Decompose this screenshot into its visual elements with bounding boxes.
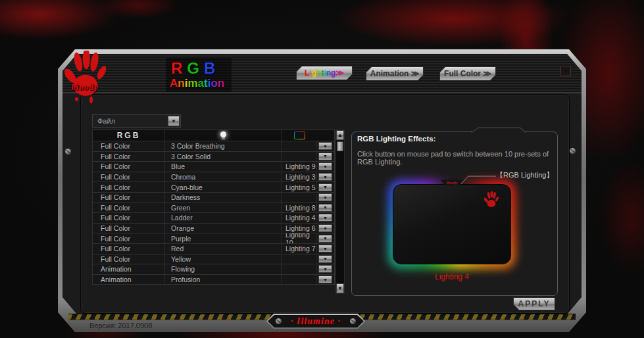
effect-group-cell: Full Color <box>93 141 165 151</box>
mousepad-illustration: bloody <box>393 184 511 264</box>
chevron-down-icon: ▼ <box>323 256 328 261</box>
chevron-down-icon: ▼ <box>323 205 328 210</box>
row-dropdown-button[interactable]: ▼ <box>318 173 332 181</box>
effect-lighting-cell <box>282 152 317 162</box>
effect-row[interactable]: Full Color Ladder Lighting 4 ▼ <box>92 212 335 224</box>
row-dropdown-button[interactable]: ▼ <box>318 276 332 283</box>
effect-name-cell: Orange <box>165 224 282 233</box>
nav-full-color-label: Full Color ≫ <box>440 67 495 80</box>
effect-group-cell: Animation <box>93 264 165 274</box>
row-dropdown-button[interactable]: ▼ <box>318 183 332 191</box>
effect-row[interactable]: Full Color Purple Lighting 10 ▼ <box>92 233 335 244</box>
bloody-brand-text: bloody <box>61 82 109 93</box>
effect-name-cell: Green <box>165 203 282 213</box>
effect-dropdown-cell: ▼ <box>317 182 334 192</box>
effect-group-cell: Full Color <box>93 162 165 172</box>
file-menu-arrow-button[interactable]: ▼ <box>168 116 180 126</box>
row-dropdown-button[interactable]: ▼ <box>318 255 332 263</box>
chevron-down-icon: ▼ <box>323 278 328 282</box>
chevron-down-icon: ▼ <box>323 154 328 158</box>
effect-row[interactable]: Full Color 3 Color Solid ▼ <box>92 151 335 162</box>
effect-row[interactable]: Full Color Chroma Lighting 3 ▼ <box>92 172 335 183</box>
row-dropdown-button[interactable]: ▼ <box>318 224 332 232</box>
row-dropdown-button[interactable]: ▼ <box>318 245 332 253</box>
nav-full-color-button[interactable]: Full Color ≫ <box>439 66 496 81</box>
effect-row[interactable]: Full Color Orange Lighting 6 ▼ <box>92 223 335 234</box>
effect-lighting-cell: Lighting 9 <box>282 162 317 172</box>
chevron-down-icon: ▼ <box>323 267 328 272</box>
current-preset-label: Lighting 4 <box>393 272 511 281</box>
effect-row[interactable]: Full Color Cyan-blue Lighting 5 ▼ <box>92 181 335 193</box>
effect-group-cell: Full Color <box>93 182 165 192</box>
scroll-thumb[interactable] <box>337 141 343 151</box>
table-scrollbar[interactable]: ▲ ▼ <box>335 130 345 294</box>
effect-row[interactable]: Full Color Blue Lighting 9 ▼ <box>92 161 335 172</box>
triangle-down-icon: ▼ <box>337 285 343 291</box>
nav-animation-label: Animation ≫ <box>366 67 423 80</box>
effects-table: RGB Full Color 3 Color Breathing ▼ <box>92 130 335 285</box>
effect-lighting-cell <box>282 254 317 264</box>
effect-row[interactable]: Full Color Darkness ▼ <box>92 192 335 203</box>
effects-table-body: Full Color 3 Color Breathing ▼ Full Colo… <box>92 141 335 285</box>
effect-dropdown-cell: ▼ <box>317 254 334 264</box>
rgb-lighting-callout-label: 【RGB Lighting】 <box>496 170 553 180</box>
row-dropdown-button[interactable]: ▼ <box>318 265 332 273</box>
bloody-hand-icon <box>483 191 500 211</box>
apply-button[interactable]: APPLY <box>513 297 555 310</box>
chevron-down-icon: ▼ <box>323 236 328 241</box>
row-dropdown-button[interactable]: ▼ <box>318 193 332 201</box>
frame-screw-left <box>65 149 71 155</box>
animation-logo-subtitle: Animation <box>170 77 224 90</box>
row-dropdown-button[interactable]: ▼ <box>318 142 332 150</box>
lightbulb-icon <box>220 132 226 139</box>
rgb-letter-b: B <box>204 59 220 77</box>
chevron-down-icon: ▼ <box>323 175 328 180</box>
rgb-letter-r: R <box>171 59 187 77</box>
mousepad-cable-tab: bloody <box>441 180 463 185</box>
effect-dropdown-cell: ▼ <box>317 141 334 151</box>
effect-row[interactable]: Animation Flowing ▼ <box>92 264 335 275</box>
chevron-down-icon: ▼ <box>323 247 328 251</box>
effect-dropdown-cell: ▼ <box>317 233 334 243</box>
effect-dropdown-cell: ▼ <box>317 224 334 233</box>
effect-lighting-cell: Lighting 7 <box>282 244 317 254</box>
chevron-down-icon: ▼ <box>323 216 328 220</box>
scroll-up-button[interactable]: ▲ <box>336 130 344 140</box>
scroll-down-button[interactable]: ▼ <box>336 283 344 293</box>
close-button[interactable]: ✕ <box>560 66 571 76</box>
effect-row[interactable]: Animation Profusion ▼ <box>92 274 335 285</box>
row-dropdown-button[interactable]: ▼ <box>318 204 332 212</box>
effect-row[interactable]: Full Color 3 Color Breathing ▼ <box>92 141 335 152</box>
nav-animation-button[interactable]: Animation ≫ <box>366 66 424 81</box>
rgb-logo-title: RGB <box>171 59 220 78</box>
triangle-up-icon: ▲ <box>337 132 343 138</box>
row-dropdown-button[interactable]: ▼ <box>318 162 332 170</box>
effect-group-cell: Full Color <box>93 224 165 233</box>
file-menu-label: Файл <box>97 117 115 125</box>
row-dropdown-button[interactable]: ▼ <box>318 153 332 160</box>
effect-dropdown-cell: ▼ <box>317 275 334 285</box>
effect-lighting-cell: Lighting 3 <box>282 172 317 182</box>
effect-lighting-cell <box>282 141 317 151</box>
row-dropdown-button[interactable]: ▼ <box>318 235 332 243</box>
effect-dropdown-cell: ▼ <box>317 152 334 162</box>
effect-lighting-cell <box>282 264 317 274</box>
desktop-background: bloody RGB Animation Lighting≫ Animation… <box>0 0 644 338</box>
file-menu-dropdown[interactable]: Файл ▼ <box>92 114 181 128</box>
effects-panel-description: Click button on mouse pad to switch betw… <box>357 150 555 166</box>
effect-name-cell: Chroma <box>165 172 282 182</box>
effect-row[interactable]: Full Color Red Lighting 7 ▼ <box>92 243 335 254</box>
header-rgb-label: RGB <box>93 130 165 141</box>
nav-lighting-button[interactable]: Lighting≫ <box>296 66 353 80</box>
effect-dropdown-cell: ▼ <box>317 172 334 182</box>
effect-row[interactable]: Full Color Green Lighting 8 ▼ <box>92 203 335 214</box>
mousepad-icon <box>294 132 305 139</box>
effect-group-cell: Full Color <box>93 152 165 162</box>
effect-group-cell: Full Color <box>93 203 165 213</box>
effect-row[interactable]: Full Color Yellow ▼ <box>92 254 335 265</box>
bloody-hand-logo-icon <box>61 51 111 107</box>
row-dropdown-button[interactable]: ▼ <box>318 214 332 222</box>
chevron-down-icon: ▼ <box>171 118 176 124</box>
header-spacer-cell <box>317 130 334 141</box>
app-window: bloody RGB Animation Lighting≫ Animation… <box>58 49 586 332</box>
